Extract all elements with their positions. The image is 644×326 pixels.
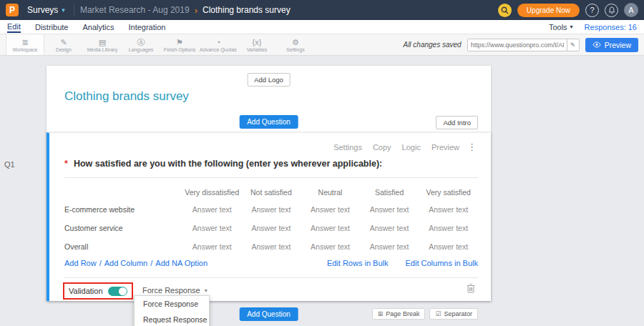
- advance-quotas-icon: ◔: [216, 38, 221, 46]
- bell-icon: [608, 6, 615, 14]
- responses-count[interactable]: Responses: 16: [585, 23, 637, 31]
- page-break-button[interactable]: ⊞ Page Break: [372, 308, 426, 320]
- survey-url-field: ✎: [467, 39, 580, 51]
- add-column-link[interactable]: Add Column: [104, 259, 148, 267]
- question-logic-link[interactable]: Logic: [402, 143, 421, 152]
- answer-text-cell[interactable]: Answer text: [242, 205, 301, 214]
- surveys-menu[interactable]: Surveys ▾: [24, 5, 68, 15]
- toolbar-item-variables[interactable]: {x} Variables: [238, 34, 276, 55]
- questionpro-logo[interactable]: P: [6, 4, 19, 16]
- survey-title[interactable]: Clothing brands survey: [64, 89, 189, 104]
- add-na-option-link[interactable]: Add NA Option: [155, 259, 208, 267]
- column-header: Not satisfied: [242, 188, 301, 197]
- tab-edit[interactable]: Edit: [7, 21, 21, 33]
- answer-text-cell[interactable]: Answer text: [242, 224, 301, 232]
- toolbar-item-design[interactable]: ✎ Design: [44, 34, 83, 55]
- toolbar-item-languages[interactable]: Ⓐ Languages: [122, 34, 160, 55]
- chevron-right-icon: ›: [195, 5, 197, 16]
- chevron-down-icon: ▾: [205, 287, 208, 294]
- editor-toolbar: ≣ Workspace ✎ Design ▤ Media Library Ⓐ L…: [0, 34, 644, 56]
- validation-toggle[interactable]: [108, 287, 127, 296]
- validation-label: Validation: [69, 287, 103, 295]
- column-header: Very satisfied: [419, 188, 478, 197]
- required-marker: *: [64, 159, 68, 169]
- answer-text-cell[interactable]: Answer text: [182, 224, 242, 232]
- survey-card: Add Logo Clothing brands survey Add Ques…: [47, 66, 491, 301]
- breadcrumb-current: Clothing brands survey: [203, 5, 291, 15]
- add-question-button-bottom[interactable]: Add Question: [239, 307, 298, 321]
- row-label[interactable]: Customer service: [64, 224, 182, 232]
- settings-icon: ⚙: [292, 38, 299, 46]
- add-intro-button[interactable]: Add Intro: [436, 116, 478, 129]
- media-library-icon: ▤: [99, 38, 106, 46]
- answer-text-cell[interactable]: Answer text: [419, 242, 478, 251]
- tab-integration[interactable]: Integration: [128, 21, 165, 32]
- response-type-dropdown[interactable]: Force Response ▾: [142, 286, 208, 295]
- edit-columns-in-bulk-link[interactable]: Edit Columns in Bulk: [406, 259, 479, 267]
- delete-question-button[interactable]: [467, 283, 475, 295]
- answer-text-cell[interactable]: Answer text: [419, 205, 478, 214]
- question-preview-link[interactable]: Preview: [431, 143, 459, 152]
- row-label[interactable]: Overall: [64, 242, 182, 251]
- annotation-highlight: Validation: [63, 282, 133, 300]
- answer-text-cell[interactable]: Answer text: [419, 224, 478, 232]
- tab-analytics[interactable]: Analytics: [82, 21, 114, 32]
- add-question-button-top[interactable]: Add Question: [239, 115, 298, 129]
- answer-text-cell[interactable]: Answer text: [301, 205, 360, 214]
- add-logo-button[interactable]: Add Logo: [247, 73, 291, 87]
- row-label[interactable]: E-commerce website: [64, 205, 182, 214]
- divider: [64, 177, 478, 178]
- toolbar-item-finish-options[interactable]: ⚑ Finish Options: [160, 34, 199, 55]
- question-copy-link[interactable]: Copy: [373, 143, 391, 152]
- kebab-menu-icon[interactable]: ⋮: [467, 142, 477, 152]
- menu-item-force-response[interactable]: Force Response: [135, 296, 209, 312]
- toolbar-item-advance-quotas[interactable]: ◔ Advance Quotas: [199, 34, 238, 55]
- menu-item-request-response[interactable]: Request Response: [135, 312, 209, 326]
- survey-canvas: Q1 Add Logo Clothing brands survey Add Q…: [0, 56, 644, 326]
- toolbar-item-media-library[interactable]: ▤ Media Library: [83, 34, 122, 55]
- response-type-menu: Force Response Request Response: [134, 295, 210, 326]
- question-text-row[interactable]: *How satisfied are you with the followin…: [64, 159, 478, 169]
- preview-button[interactable]: Preview: [585, 38, 638, 52]
- response-type-value: Force Response: [142, 286, 200, 295]
- surveys-menu-label: Surveys: [27, 5, 58, 15]
- eye-icon: [592, 41, 601, 48]
- tools-menu[interactable]: Tools ▾: [549, 23, 573, 31]
- answer-text-cell[interactable]: Answer text: [182, 242, 242, 251]
- edit-rows-in-bulk-link[interactable]: Edit Rows in Bulk: [327, 259, 389, 267]
- answer-text-cell[interactable]: Answer text: [360, 242, 419, 251]
- answer-text-cell[interactable]: Answer text: [242, 242, 301, 251]
- search-button[interactable]: [498, 4, 512, 17]
- add-row-link[interactable]: Add Row: [64, 259, 97, 267]
- answer-text-cell[interactable]: Answer text: [182, 205, 242, 214]
- nav-right: Tools ▾ Responses: 16: [549, 23, 637, 31]
- workspace-icon: ≣: [21, 38, 28, 46]
- toolbar-item-workspace[interactable]: ≣ Workspace: [6, 34, 44, 55]
- table-row: Overall Answer text Answer text Answer t…: [64, 237, 478, 256]
- canvas-footer: Add Question ⊞ Page Break ☑ Separator: [47, 307, 491, 320]
- column-header: Satisfied: [360, 188, 419, 197]
- question-number-label: Q1: [4, 160, 15, 169]
- help-button[interactable]: ?: [585, 4, 599, 17]
- trash-icon: [467, 283, 475, 293]
- tab-distribute[interactable]: Distribute: [35, 21, 68, 32]
- toolbar-right: All changes saved ✎ Preview: [403, 34, 638, 55]
- survey-url-input[interactable]: [468, 39, 567, 51]
- answer-text-cell[interactable]: Answer text: [360, 224, 419, 232]
- answer-text-cell[interactable]: Answer text: [360, 205, 419, 214]
- topbar-actions: Upgrade Now ? A: [498, 3, 638, 17]
- question-settings-link[interactable]: Settings: [333, 143, 362, 152]
- breadcrumb-parent[interactable]: Market Research - Aug 2019: [80, 5, 190, 15]
- separator-button[interactable]: ☑ Separator: [429, 308, 478, 320]
- user-avatar[interactable]: A: [624, 3, 638, 17]
- edit-url-button[interactable]: ✎: [567, 39, 579, 51]
- checkbox-checked-icon: ☑: [435, 310, 441, 317]
- upgrade-now-button[interactable]: Upgrade Now: [517, 4, 580, 17]
- breadcrumb: Market Research - Aug 2019 › Clothing br…: [80, 5, 291, 16]
- divider: [64, 277, 478, 278]
- answer-text-cell[interactable]: Answer text: [301, 224, 360, 232]
- toolbar-item-settings[interactable]: ⚙ Settings: [276, 34, 315, 55]
- notifications-button[interactable]: [605, 4, 618, 17]
- answer-text-cell[interactable]: Answer text: [301, 242, 360, 251]
- page-break-icon: ⊞: [378, 310, 384, 317]
